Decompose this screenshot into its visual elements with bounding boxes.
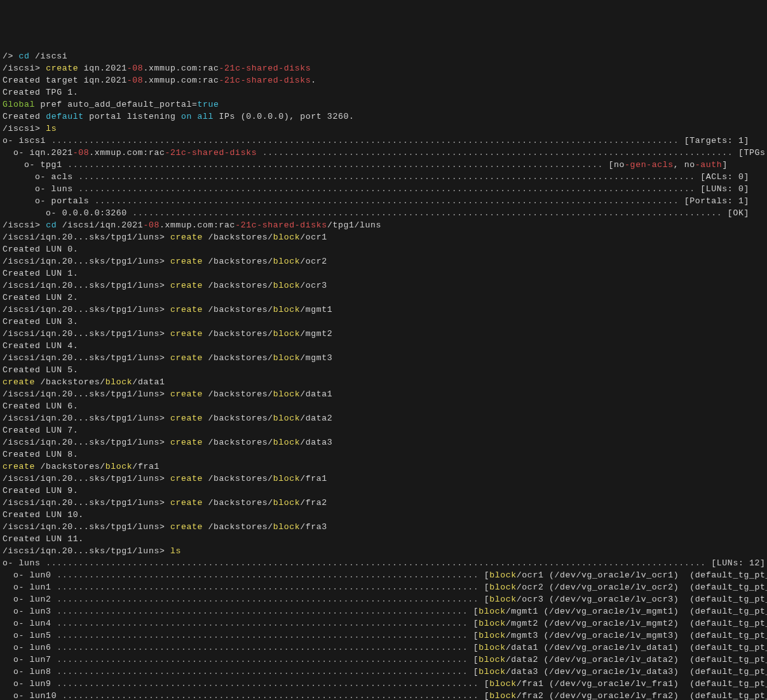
cmd-create-ocr3: /iscsi/iqn.20...sks/tpg1/luns> create /b… bbox=[3, 279, 764, 292]
tree-lun2: o- lun2 ................................… bbox=[3, 593, 764, 605]
cmd-create-data2: /iscsi/iqn.20...sks/tpg1/luns> create /b… bbox=[3, 412, 764, 424]
tree-lun6: o- lun6 ................................… bbox=[3, 642, 764, 654]
pasted-create-data1: create /backstores/block/data1 bbox=[3, 376, 764, 388]
out-lun0: Created LUN 0. bbox=[3, 243, 764, 255]
cmd-create-mgmt2: /iscsi/iqn.20...sks/tpg1/luns> create /b… bbox=[3, 328, 764, 340]
cmd-create-ocr1: /iscsi/iqn.20...sks/tpg1/luns> create /b… bbox=[3, 231, 764, 243]
out-lun2: Created LUN 2. bbox=[3, 292, 764, 304]
out-lun6: Created LUN 6. bbox=[3, 400, 764, 412]
tree-luns-header: o- luns ................................… bbox=[3, 557, 764, 569]
tree-lun0: o- lun0 ................................… bbox=[3, 569, 764, 581]
cmd-create-mgmt1: /iscsi/iqn.20...sks/tpg1/luns> create /b… bbox=[3, 304, 764, 316]
cmd-cd-iscsi: /> cd /iscsi bbox=[3, 50, 764, 62]
cmd-create-mgmt3: /iscsi/iqn.20...sks/tpg1/luns> create /b… bbox=[3, 352, 764, 364]
cmd-create-data3: /iscsi/iqn.20...sks/tpg1/luns> create /b… bbox=[3, 436, 764, 448]
cmd-create-fra3: /iscsi/iqn.20...sks/tpg1/luns> create /b… bbox=[3, 521, 764, 533]
out-lun3: Created LUN 3. bbox=[3, 316, 764, 328]
cmd-create-fra2: /iscsi/iqn.20...sks/tpg1/luns> create /b… bbox=[3, 497, 764, 509]
terminal-output[interactable]: /> cd /iscsi/iscsi> create iqn.2021-08.x… bbox=[3, 50, 764, 700]
tree-acls: o- acls ................................… bbox=[3, 171, 764, 183]
tree-lun8: o- lun8 ................................… bbox=[3, 666, 764, 678]
out-lun8: Created LUN 8. bbox=[3, 448, 764, 461]
out-lun1: Created LUN 1. bbox=[3, 267, 764, 279]
out-lun4: Created LUN 4. bbox=[3, 340, 764, 352]
tree-lun7: o- lun7 ................................… bbox=[3, 654, 764, 666]
tree-lun1: o- lun1 ................................… bbox=[3, 581, 764, 593]
tree-lun5: o- lun5 ................................… bbox=[3, 629, 764, 642]
tree-lun10: o- lun10 ...............................… bbox=[3, 690, 764, 700]
tree-tpg1: o- tpg1 ................................… bbox=[3, 159, 764, 171]
cmd-cd-luns: /iscsi> cd /iscsi/iqn.2021-08.xmmup.com:… bbox=[3, 219, 764, 231]
cmd-create-ocr2: /iscsi/iqn.20...sks/tpg1/luns> create /b… bbox=[3, 255, 764, 267]
out-global-pref: Global pref auto_add_default_portal=true bbox=[3, 98, 764, 111]
tree-luns: o- luns ................................… bbox=[3, 183, 764, 195]
pasted-create-fra1: create /backstores/block/fra1 bbox=[3, 461, 764, 473]
tree-lun9: o- lun9 ................................… bbox=[3, 678, 764, 690]
tree-portal-entry: o- 0.0.0.0:3260 ........................… bbox=[3, 207, 764, 219]
tree-portals: o- portals .............................… bbox=[3, 195, 764, 207]
cmd-create-fra1: /iscsi/iqn.20...sks/tpg1/luns> create /b… bbox=[3, 473, 764, 485]
out-lun7: Created LUN 7. bbox=[3, 424, 764, 436]
tree-lun4: o- lun4 ................................… bbox=[3, 617, 764, 629]
tree-iscsi: o- iscsi ...............................… bbox=[3, 135, 764, 147]
out-lun9: Created LUN 9. bbox=[3, 485, 764, 497]
out-created-tpg: Created TPG 1. bbox=[3, 86, 764, 98]
cmd-create-data1: /iscsi/iqn.20...sks/tpg1/luns> create /b… bbox=[3, 388, 764, 400]
cmd-ls: /iscsi> ls bbox=[3, 123, 764, 135]
cmd-ls-luns: /iscsi/iqn.20...sks/tpg1/luns> ls bbox=[3, 545, 764, 557]
tree-lun3: o- lun3 ................................… bbox=[3, 605, 764, 617]
out-created-target: Created target iqn.2021-08.xmmup.com:rac… bbox=[3, 74, 764, 86]
out-lun10: Created LUN 10. bbox=[3, 509, 764, 521]
tree-iqn: o- iqn.2021-08.xmmup.com:rac-21c-shared-… bbox=[3, 147, 764, 159]
out-lun11: Created LUN 11. bbox=[3, 533, 764, 545]
cmd-create-target: /iscsi> create iqn.2021-08.xmmup.com:rac… bbox=[3, 62, 764, 74]
out-created-portal: Created default portal listening on all … bbox=[3, 111, 764, 123]
out-lun5: Created LUN 5. bbox=[3, 364, 764, 376]
